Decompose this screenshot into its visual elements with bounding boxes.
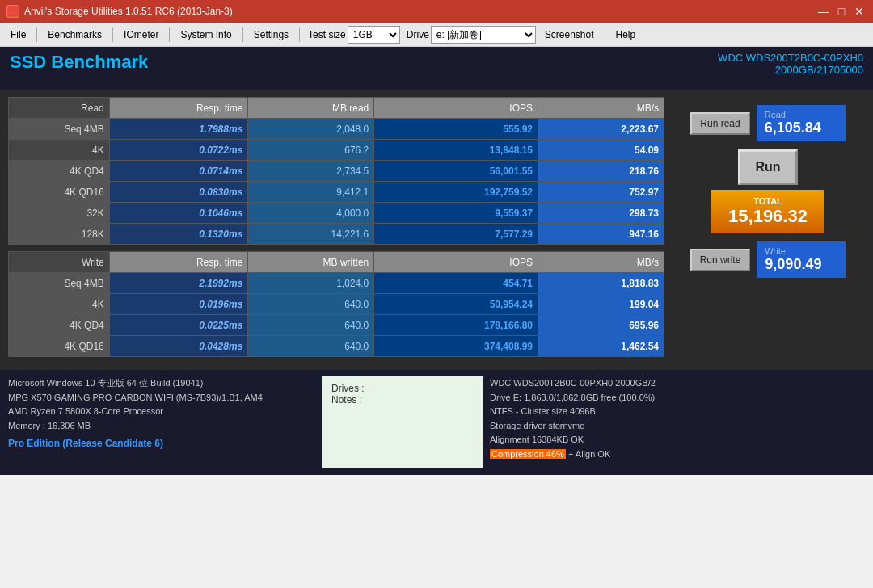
col-iops: IOPS — [374, 98, 538, 119]
run-total-area: Run TOTAL 15,196.32 — [671, 149, 865, 233]
menu-file[interactable]: File — [3, 27, 33, 43]
write-mb: 640.0 — [248, 336, 374, 357]
read-row: Seq 4MB 1.7988ms 2,048.0 555.92 2,223.67 — [9, 119, 664, 140]
read-table: Read Resp. time MB read IOPS MB/s Seq 4M… — [8, 97, 664, 245]
read-mb: 9,412.1 — [248, 182, 374, 203]
menu-sep-6 — [605, 27, 605, 42]
total-score-value: 15,196.32 — [723, 206, 813, 227]
menu-benchmarks[interactable]: Benchmarks — [40, 27, 109, 43]
right-panel: Run read Read 6,105.84 Run TOTAL 15,196.… — [671, 97, 865, 363]
write-row: 4K QD16 0.0428ms 640.0 374,408.99 1,462.… — [9, 336, 664, 357]
sys-info-line-2: MPG X570 GAMING PRO CARBON WIFI (MS-7B93… — [8, 391, 315, 405]
write-iops: 374,408.99 — [374, 336, 538, 357]
menu-sep-2 — [112, 27, 113, 42]
read-row: 4K QD4 0.0714ms 2,734.5 56,001.55 218.76 — [9, 161, 664, 182]
read-mbs: 218.76 — [538, 161, 664, 182]
write-row-label: 4K QD16 — [9, 336, 110, 357]
run-read-button[interactable]: Run read — [690, 112, 749, 135]
col-mbs-w: MB/s — [538, 252, 664, 273]
run-write-area: Run write Write 9,090.49 — [671, 242, 865, 278]
write-mbs: 1,462.54 — [538, 336, 664, 357]
drive-select[interactable]: e: [新加卷] — [431, 26, 536, 44]
write-row: 4K 0.0196ms 640.0 50,954.24 199.04 — [9, 294, 664, 315]
test-size-select[interactable]: 1GB 512MB 256MB — [348, 26, 400, 44]
sys-info-line-4: Memory : 16,306 MB — [8, 419, 315, 434]
read-row-label: 4K QD16 — [9, 182, 110, 203]
write-resp: 0.0196ms — [109, 294, 248, 315]
run-button[interactable]: Run — [738, 149, 797, 185]
run-write-button[interactable]: Run write — [690, 249, 751, 271]
drive-detail-line: Drive E: 1,863.0/1,862.8GB free (100.0%) — [490, 391, 865, 405]
maximize-button[interactable]: □ — [834, 4, 849, 19]
col-iops-w: IOPS — [374, 252, 538, 273]
write-score-box: Write 9,090.49 — [757, 242, 846, 278]
drive-detail-line: Alignment 16384KB OK — [490, 433, 865, 447]
read-row: 4K 0.0722ms 676.2 13,848.15 54.09 — [9, 140, 664, 161]
read-mbs: 298.73 — [538, 203, 664, 224]
close-button[interactable]: ✕ — [852, 4, 867, 19]
read-mbs: 752.97 — [538, 182, 664, 203]
read-mb: 4,000.0 — [248, 203, 374, 224]
title-bar: Anvil's Storage Utilities 1.0.51 RC6 (20… — [0, 0, 873, 23]
run-read-area: Run read Read 6,105.84 — [671, 105, 865, 141]
read-iops: 13,848.15 — [374, 140, 538, 161]
menu-sep-5 — [299, 27, 300, 42]
header-area: SSD Benchmark WDC WDS200T2B0C-00PXH0 200… — [0, 47, 873, 90]
menu-settings[interactable]: Settings — [247, 27, 296, 43]
read-score-label: Read — [765, 110, 837, 120]
menu-sysinfo[interactable]: System Info — [173, 27, 238, 43]
benchmark-area: Read Resp. time MB read IOPS MB/s Seq 4M… — [8, 97, 664, 363]
drive-detail-line: NTFS - Cluster size 4096B — [490, 405, 865, 419]
read-mbs: 54.09 — [538, 140, 664, 161]
write-resp: 0.0225ms — [109, 315, 248, 336]
write-table: Write Resp. time MB written IOPS MB/s Se… — [8, 251, 664, 357]
app-icon — [6, 5, 19, 18]
read-row-label: 4K QD4 — [9, 161, 110, 182]
test-size-label: Test size — [308, 29, 346, 40]
write-iops: 50,954.24 — [374, 294, 538, 315]
read-mbs: 947.16 — [538, 224, 664, 245]
read-iops: 555.92 — [374, 119, 538, 140]
read-resp: 0.0830ms — [109, 182, 248, 203]
read-resp: 1.7988ms — [109, 119, 248, 140]
read-mb: 2,734.5 — [248, 161, 374, 182]
drive-detail-line: WDC WDS200T2B0C-00PXH0 2000GB/2 — [490, 376, 865, 391]
read-row: 32K 0.1046ms 4,000.0 9,559.37 298.73 — [9, 203, 664, 224]
menu-sep-1 — [36, 27, 37, 42]
write-score-value: 9,090.49 — [765, 256, 837, 273]
write-mb: 640.0 — [248, 315, 374, 336]
read-row: 4K QD16 0.0830ms 9,412.1 192,759.52 752.… — [9, 182, 664, 203]
write-row-label: Seq 4MB — [9, 273, 110, 294]
write-mbs: 1,818.83 — [538, 273, 664, 294]
read-iops: 192,759.52 — [374, 182, 538, 203]
read-score-box: Read 6,105.84 — [757, 105, 846, 141]
menu-sep-3 — [169, 27, 170, 42]
read-score-value: 6,105.84 — [765, 120, 837, 136]
write-iops: 178,166.80 — [374, 315, 538, 336]
read-row-label: 128K — [9, 224, 110, 245]
col-read: Read — [9, 98, 110, 119]
minimize-button[interactable]: — — [816, 4, 831, 19]
drive-capacity: 2000GB/21705000 — [718, 64, 863, 76]
write-mb: 1,024.0 — [248, 273, 374, 294]
drive-label: Drive — [407, 29, 429, 40]
col-mb-read: MB read — [248, 98, 374, 119]
read-resp: 0.1046ms — [109, 203, 248, 224]
write-iops: 454.71 — [374, 273, 538, 294]
write-mbs: 695.96 — [538, 315, 664, 336]
read-resp: 0.0722ms — [109, 140, 248, 161]
col-mb-written: MB written — [248, 252, 374, 273]
read-row-label: 4K — [9, 140, 110, 161]
menu-help[interactable]: Help — [609, 27, 643, 43]
read-row: 128K 0.1320ms 14,221.6 7,577.29 947.16 — [9, 224, 664, 245]
menu-bar: File Benchmarks IOmeter System Info Sett… — [0, 23, 873, 47]
read-mb: 2,048.0 — [248, 119, 374, 140]
pro-edition: Pro Edition (Release Candidate 6) — [8, 436, 315, 452]
menu-sep-4 — [242, 27, 243, 42]
menu-screenshot[interactable]: Screenshot — [538, 27, 601, 43]
sys-info-line-1: Microsoft Windows 10 专业版 64 位 Build (190… — [8, 376, 315, 391]
menu-iometer[interactable]: IOmeter — [116, 27, 166, 43]
col-mbs: MB/s — [538, 98, 664, 119]
read-resp: 0.1320ms — [109, 224, 248, 245]
sys-info: Microsoft Windows 10 专业版 64 位 Build (190… — [8, 376, 315, 468]
